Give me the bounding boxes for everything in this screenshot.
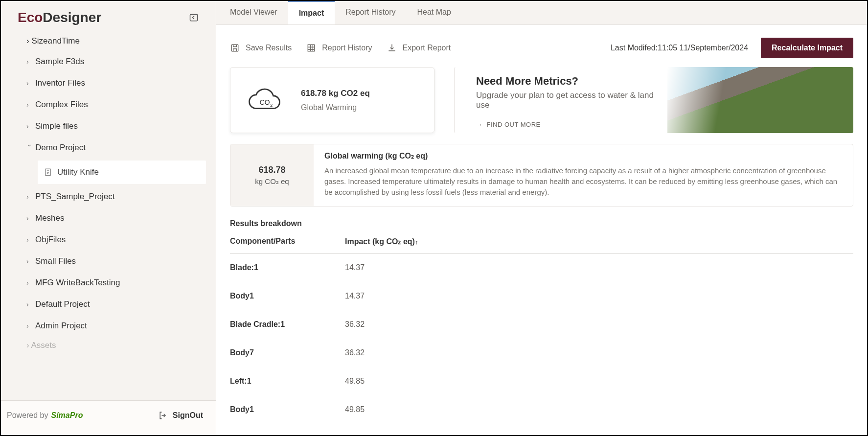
- svg-rect-3: [308, 45, 315, 51]
- chevron-right-icon: ›: [26, 101, 33, 109]
- tree-item-label: Demo Project: [35, 143, 86, 153]
- table-row[interactable]: Blade Cradle:1 36.32: [230, 310, 853, 339]
- chevron-right-icon: ›: [26, 236, 33, 244]
- cell-impact: 14.37: [345, 263, 853, 272]
- results-title: Results breakdown: [230, 219, 853, 228]
- tool-label: Export Report: [403, 44, 451, 52]
- detail-title: Global warming (kg CO₂ eq): [324, 151, 842, 161]
- tree-item-pts-sample[interactable]: › PTS_Sample_Project: [1, 186, 216, 207]
- download-icon: [387, 43, 397, 53]
- cell-impact: 36.32: [345, 320, 853, 329]
- toolbar-left: Save Results Report History Export Repor…: [230, 43, 451, 53]
- tree-item-small-files[interactable]: › Small Files: [1, 251, 216, 272]
- column-header-part[interactable]: Component/Parts: [230, 237, 345, 246]
- chevron-down-icon: ›: [26, 144, 34, 151]
- svg-rect-2: [231, 45, 238, 51]
- cell-impact: 49.85: [345, 377, 853, 386]
- tree-item-label: Meshes: [35, 213, 65, 223]
- sidebar-header: EcoDesigner: [1, 1, 216, 32]
- powered-by: Powered by SímaPro: [7, 411, 83, 420]
- report-history-button[interactable]: Report History: [306, 43, 372, 53]
- tree-item-peek-bottom[interactable]: › Assets: [1, 337, 216, 350]
- tab-model-viewer[interactable]: Model Viewer: [219, 1, 288, 24]
- chevron-right-icon: ›: [26, 279, 33, 287]
- tree-item-label: Complex Files: [35, 100, 88, 110]
- tool-label: Report History: [322, 44, 372, 52]
- tree-item-demo-project[interactable]: › Demo Project: [1, 137, 216, 159]
- promo-cta-label: FIND OUT MORE: [487, 121, 541, 128]
- cloud-co2-icon: CO 2: [246, 88, 282, 113]
- cell-part: Body1: [230, 405, 345, 414]
- cell-part: Blade Cradle:1: [230, 320, 345, 329]
- promo-cta-link[interactable]: → FIND OUT MORE: [476, 121, 667, 128]
- save-icon: [230, 43, 240, 53]
- tree-item-utility-knife[interactable]: Utility Knife: [38, 161, 206, 184]
- svg-text:2: 2: [270, 102, 273, 107]
- column-header-impact-label: Impact (kg CO₂ eq): [345, 237, 415, 246]
- tree-item-label: Inventor Files: [35, 78, 85, 88]
- table-row[interactable]: Blade:1 14.37: [230, 253, 853, 282]
- table-row[interactable]: Body7 36.32: [230, 339, 853, 367]
- tree-item-label: PTS_Sample_Project: [35, 192, 115, 202]
- tree-item-objfiles[interactable]: › ObjFiles: [1, 229, 216, 251]
- column-header-impact[interactable]: Impact (kg CO₂ eq)↑: [345, 237, 853, 246]
- chevron-right-icon: ›: [26, 341, 29, 350]
- content-area: CO 2 618.78 kg CO2 eq Global Warming Nee…: [216, 67, 867, 435]
- arrow-right-icon: →: [476, 121, 483, 128]
- tree-item-label: SizeandTime: [31, 36, 80, 46]
- tab-report-history[interactable]: Report History: [335, 1, 406, 24]
- tree-item-default-project[interactable]: › Default Project: [1, 294, 216, 315]
- document-icon: [44, 168, 52, 177]
- tool-label: Save Results: [246, 44, 292, 52]
- metric-value: 618.78 kg CO2 eq: [301, 89, 370, 98]
- save-results-button[interactable]: Save Results: [230, 43, 292, 53]
- cell-impact: 49.85: [345, 405, 853, 414]
- signout-button[interactable]: SignOut: [158, 411, 203, 420]
- tree-item-meshes[interactable]: › Meshes: [1, 207, 216, 229]
- tree-item-admin-project[interactable]: › Admin Project: [1, 315, 216, 337]
- tree-item-label: MFG WriteBackTesting: [35, 278, 120, 288]
- tree-item-sample-f3ds[interactable]: › Sample F3ds: [1, 51, 216, 72]
- sidebar-collapse-button[interactable]: [188, 12, 199, 23]
- toolbar: Save Results Report History Export Repor…: [216, 25, 867, 67]
- tree-item-mfg-writeback[interactable]: › MFG WriteBackTesting: [1, 272, 216, 294]
- cell-part: Body7: [230, 348, 345, 357]
- promo-subtitle: Upgrade your plan to get access to water…: [476, 91, 667, 110]
- app-logo: EcoDesigner: [18, 10, 101, 25]
- table-row[interactable]: Body1 49.85: [230, 395, 853, 424]
- top-cards: CO 2 618.78 kg CO2 eq Global Warming Nee…: [230, 67, 853, 133]
- tab-heat-map[interactable]: Heat Map: [406, 1, 461, 24]
- tree-item-peek[interactable]: › SizeandTime: [1, 36, 216, 51]
- detail-description: Global warming (kg CO₂ eq) An increased …: [314, 144, 853, 206]
- app-root: EcoDesigner › SizeandTime › Sample F3ds …: [0, 0, 868, 436]
- tree-item-simple-files[interactable]: › Simple files: [1, 115, 216, 137]
- recalculate-button[interactable]: Recalculate Impact: [761, 38, 853, 58]
- logo-prefix: Eco: [18, 10, 43, 25]
- metric-label: Global Warming: [301, 103, 370, 112]
- tab-bar: Model Viewer Impact Report History Heat …: [216, 1, 867, 25]
- signout-label: SignOut: [173, 411, 203, 420]
- collapse-icon: [189, 13, 199, 23]
- grid-icon: [306, 43, 316, 53]
- tree-item-complex-files[interactable]: › Complex Files: [1, 94, 216, 115]
- project-tree[interactable]: › SizeandTime › Sample F3ds › Inventor F…: [1, 32, 216, 400]
- cell-impact: 36.32: [345, 348, 853, 357]
- export-report-button[interactable]: Export Report: [387, 43, 451, 53]
- detail-text: An increased global mean temperature due…: [324, 165, 842, 197]
- tree-item-label: ObjFiles: [35, 235, 66, 245]
- tree-item-inventor-files[interactable]: › Inventor Files: [1, 72, 216, 94]
- metric-card-global-warming[interactable]: CO 2 618.78 kg CO2 eq Global Warming: [230, 67, 434, 133]
- signout-icon: [158, 411, 168, 420]
- tab-impact[interactable]: Impact: [288, 1, 335, 24]
- chevron-right-icon: ›: [26, 300, 33, 308]
- powered-by-brand: SímaPro: [51, 411, 83, 420]
- detail-card: 618.78 kg CO₂ eq Global warming (kg CO₂ …: [230, 144, 853, 207]
- button-label: Recalculate Impact: [772, 44, 843, 52]
- chevron-right-icon: ›: [26, 36, 29, 46]
- last-modified-label: Last Modifed:11:05 11/September/2024: [611, 44, 748, 52]
- table-row[interactable]: Left:1 49.85: [230, 367, 853, 395]
- detail-unit: kg CO₂ eq: [255, 177, 289, 186]
- chevron-right-icon: ›: [26, 122, 33, 130]
- table-row[interactable]: Body1 14.37: [230, 282, 853, 310]
- detail-summary: 618.78 kg CO₂ eq: [230, 144, 314, 206]
